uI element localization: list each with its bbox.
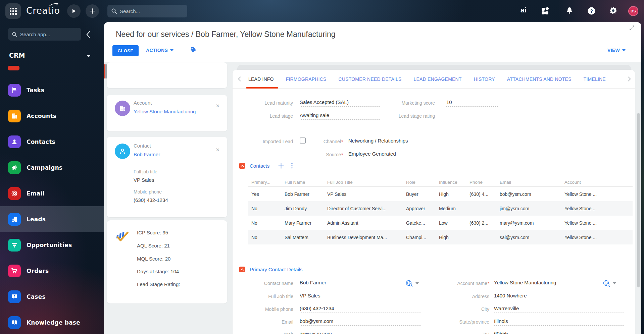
address-field[interactable]: 1400 Nowhere xyxy=(494,293,624,300)
ai-assistant-button[interactable]: ai xyxy=(521,6,527,14)
chevron-down-icon xyxy=(622,49,626,51)
remove-account-button[interactable]: ✕ xyxy=(215,103,220,109)
page-title: Need for our services / Bob Farmer, Yell… xyxy=(116,30,336,39)
channel-field[interactable]: Networking / Relationships xyxy=(348,138,513,145)
col-role[interactable]: Role xyxy=(403,178,436,186)
source-label: Source* xyxy=(286,152,343,157)
sidebar-item-campaigns[interactable]: Campaigns xyxy=(0,155,104,180)
table-row[interactable]: NoJim DandyDirector of Customer Servi...… xyxy=(248,201,633,216)
tab-customer-need-details[interactable]: CUSTOMER NEED DETAILS xyxy=(339,76,402,82)
collapse-section-button[interactable] xyxy=(239,163,245,169)
tab-firmographics[interactable]: FIRMOGRAPHICS xyxy=(286,76,327,82)
app-search-input[interactable] xyxy=(20,32,77,37)
required-marker: * xyxy=(341,152,343,157)
tab-lead-info[interactable]: LEAD INFO xyxy=(248,76,274,82)
close-button[interactable]: CLOSE xyxy=(112,45,139,56)
actions-button[interactable]: ACTIONS xyxy=(146,48,174,53)
contacts-menu-button[interactable] xyxy=(291,163,293,169)
source-field[interactable]: Employee Generated xyxy=(348,151,513,158)
new-record-button[interactable] xyxy=(86,4,99,18)
contact-link[interactable]: Bob Farmer xyxy=(134,152,160,157)
record-body: Account Yellow Stone Manufacturing ✕ Con… xyxy=(104,62,641,334)
globe-lookup-icon xyxy=(603,280,610,287)
sidebar-item-accounts[interactable]: Accounts xyxy=(0,103,104,129)
col-full-name[interactable]: Full Name xyxy=(282,178,324,186)
lead-stage-rating-field[interactable] xyxy=(446,112,465,119)
help-button[interactable]: ? xyxy=(588,7,595,16)
global-search-input[interactable] xyxy=(120,8,183,14)
contact-card-label: Contact xyxy=(134,143,151,149)
app-search[interactable] xyxy=(8,28,81,41)
global-search[interactable] xyxy=(107,5,187,17)
active-tab-indicator xyxy=(246,87,278,89)
cart-icon xyxy=(8,265,21,277)
table-row[interactable]: NoSal MattersBusiness Development Ma...C… xyxy=(248,230,633,244)
run-process-button[interactable] xyxy=(67,4,81,18)
contact-lookup[interactable] xyxy=(405,280,419,287)
email-field[interactable]: bob@ysm.com xyxy=(300,318,420,326)
lead-stage-field[interactable]: Awaiting sale xyxy=(300,112,380,120)
required-marker: * xyxy=(488,281,489,286)
account-card-label: Account xyxy=(134,100,152,106)
mobile-phone-field[interactable]: (630) 432-1234 xyxy=(300,305,420,313)
search-icon xyxy=(111,8,117,14)
account-name-field[interactable]: Yellow Stone Manufacturing xyxy=(494,280,599,287)
globe-lookup-icon xyxy=(405,280,412,287)
col-influence[interactable]: Influence xyxy=(436,178,466,186)
state-province-field[interactable]: Illinois xyxy=(494,318,624,326)
sidebar-item-contacts[interactable]: Contacts xyxy=(0,129,104,155)
account-lookup[interactable] xyxy=(603,280,616,287)
sidebar-collapse-button[interactable] xyxy=(86,31,90,40)
app-launcher-button[interactable] xyxy=(5,3,21,19)
chevron-down-icon xyxy=(170,49,174,51)
table-row[interactable]: NoMary FarmerAdmin AssitantGateke...Low(… xyxy=(248,216,633,230)
marketing-score-field[interactable]: 10 xyxy=(446,99,498,107)
col-primary[interactable]: Primary... xyxy=(248,178,282,186)
tab-timeline[interactable]: TIMELINE xyxy=(584,76,606,82)
tab-history[interactable]: HISTORY xyxy=(474,76,495,82)
collapse-section-button[interactable] xyxy=(239,267,245,272)
account-link[interactable]: Yellow Stone Manufacturing xyxy=(134,109,196,114)
view-button[interactable]: VIEW xyxy=(607,48,626,53)
tab-attachments-and-notes[interactable]: ATTACHMENTS AND NOTES xyxy=(507,76,572,82)
lead-maturity-label: Lead maturity xyxy=(233,100,293,106)
sidebar-nav: Tasks Accounts Contacts Campaigns xyxy=(0,77,104,334)
col-email[interactable]: Email xyxy=(497,178,561,186)
settings-button[interactable] xyxy=(609,6,617,16)
expand-button[interactable] xyxy=(630,25,634,32)
marketplace-button[interactable] xyxy=(541,7,549,16)
col-phone[interactable]: Phone xyxy=(466,178,497,186)
tags-button[interactable] xyxy=(190,47,197,55)
at-sign-icon xyxy=(8,187,21,200)
sidebar-item-tasks[interactable]: Tasks xyxy=(0,77,104,103)
remove-contact-button[interactable]: ✕ xyxy=(215,147,220,153)
sidebar-item-opportunities[interactable]: Opportunities xyxy=(0,232,104,258)
full-job-title-label: Full Job title xyxy=(233,294,293,299)
sidebar-item-leads[interactable]: Leads xyxy=(0,206,104,232)
tabs-scroll-right[interactable] xyxy=(628,76,631,83)
workspace-selector[interactable]: CRM xyxy=(9,52,25,59)
contact-name-field[interactable]: Bob Farmer xyxy=(300,280,400,287)
building-icon xyxy=(8,110,21,122)
zip-field[interactable]: 60555 xyxy=(494,331,624,334)
lead-maturity-field[interactable]: Sales Accepted (SAL) xyxy=(300,99,380,107)
user-avatar[interactable]: DS xyxy=(628,6,638,16)
full-job-title-field[interactable]: VP Sales xyxy=(300,293,420,300)
sidebar-item-cases[interactable]: Cases xyxy=(0,284,104,310)
days-at-stage: Days at stage: 104 xyxy=(137,269,179,274)
tab-lead-engagement[interactable]: LEAD ENGAGEMENT xyxy=(414,76,462,82)
web-field[interactable]: www.ysm.com xyxy=(300,331,420,334)
sidebar-item-orders[interactable]: Orders xyxy=(0,258,104,284)
col-full-job-title[interactable]: Full Job Title xyxy=(324,178,403,186)
city-field[interactable]: Warrenville xyxy=(494,305,624,313)
col-account[interactable]: Account xyxy=(561,178,633,186)
add-contact-button[interactable] xyxy=(278,163,284,169)
notifications-button[interactable] xyxy=(565,7,574,16)
tabs-scroll-left[interactable] xyxy=(233,76,244,81)
sidebar-item-email[interactable]: Email xyxy=(0,180,104,206)
zip-label: ZIP xyxy=(420,332,489,334)
sidebar-item-knowledge-base[interactable]: Knowledge base xyxy=(0,310,104,334)
table-row[interactable]: YesBob FarmerVP SalesBuyerHigh(630) 4...… xyxy=(248,187,633,201)
case-bubble-icon xyxy=(8,290,21,303)
vertical-scrollbar[interactable] xyxy=(637,113,640,287)
